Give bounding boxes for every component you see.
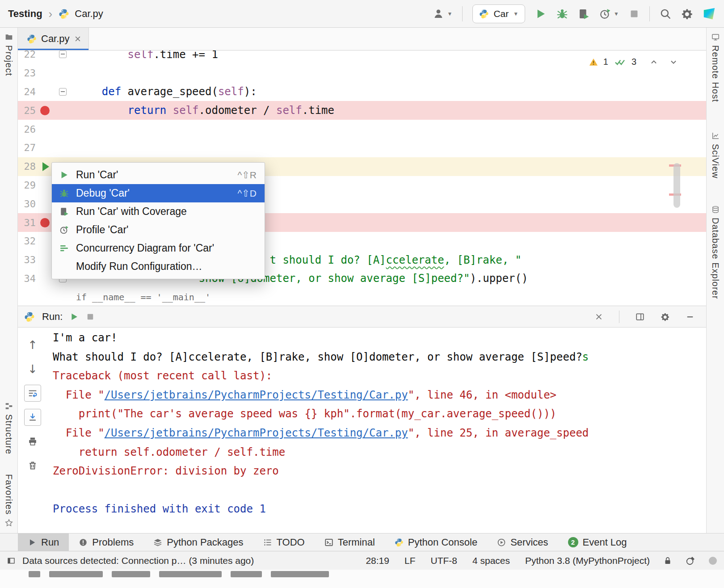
menu-item-shortcut: ^⇧R	[237, 170, 257, 181]
database-icon	[711, 206, 720, 214]
tool-tab-event-log[interactable]: 2Event Log	[558, 533, 637, 551]
run-button[interactable]	[535, 8, 547, 20]
run-panel-header: Run:	[18, 306, 706, 328]
profile-button[interactable]: ▼	[599, 8, 619, 20]
menu-item-label: Profile 'Car'	[76, 224, 251, 236]
clear-all-icon[interactable]	[24, 457, 41, 474]
line-number[interactable]: 34	[18, 273, 36, 284]
fold-marker-icon[interactable]	[59, 88, 67, 96]
editor-scrollbar[interactable]	[673, 163, 680, 208]
menu-item-modify-run-configuration[interactable]: Modify Run Configuration…	[52, 257, 265, 276]
console-settings-button[interactable]	[661, 312, 669, 321]
line-number[interactable]: 28	[18, 161, 36, 172]
run-config-select[interactable]: Car ▼	[472, 4, 525, 23]
editor-tab-car-py[interactable]: Car.py	[18, 28, 89, 50]
layout-settings-button[interactable]	[636, 312, 644, 321]
breakpoint-icon[interactable]	[36, 218, 54, 227]
tool-button-label: Database Explorer	[710, 218, 720, 299]
tool-tab-todo[interactable]: TODO	[253, 533, 315, 551]
console-output[interactable]: I'm a car!What should I do? [A]ccelerate…	[47, 328, 706, 533]
hide-panel-button[interactable]	[686, 312, 695, 321]
fold-column	[54, 50, 72, 58]
tool-button-favorites[interactable]: Favorites	[4, 474, 14, 527]
line-number[interactable]: 26	[18, 124, 36, 135]
indent-style[interactable]: 4 spaces	[472, 555, 510, 566]
menu-item-concurrency-diagram-for-car[interactable]: Concurrency Diagram for 'Car'	[52, 239, 265, 257]
settings-button[interactable]	[681, 8, 693, 20]
line-number[interactable]: 27	[18, 142, 36, 153]
code-line-text: return self.odometer / self.time	[72, 104, 334, 117]
user-button[interactable]: ▼	[433, 8, 452, 20]
warning-icon[interactable]	[589, 58, 598, 67]
search-everywhere-button[interactable]	[660, 8, 671, 20]
prev-problem-icon[interactable]	[650, 58, 658, 66]
toolwindow-toggle-icon[interactable]	[7, 557, 15, 565]
breadcrumb-project[interactable]: Testing	[8, 8, 42, 20]
scroll-down-icon[interactable]: ↓	[24, 361, 41, 378]
tool-tab-run[interactable]: Run	[18, 533, 69, 551]
py-icon	[395, 538, 404, 547]
tool-tab-services[interactable]: Services	[487, 533, 558, 551]
stack-trace-link[interactable]: /Users/jetbrains/PycharmProjects/Testing…	[105, 389, 408, 401]
tool-button-database-explorer[interactable]: Database Explorer	[710, 206, 720, 299]
scroll-to-end-icon[interactable]	[24, 409, 41, 426]
tool-button-project[interactable]: Project	[4, 33, 14, 76]
caret-down-icon: ▼	[513, 11, 518, 17]
file-encoding[interactable]: UTF-8	[430, 555, 457, 566]
tool-button-remote-host[interactable]: Remote Host	[710, 33, 720, 102]
terminal-icon	[324, 538, 333, 547]
double-check-icon[interactable]	[614, 58, 626, 67]
stop-button[interactable]	[86, 312, 95, 321]
next-problem-icon[interactable]	[669, 58, 678, 66]
python-icon	[479, 9, 489, 19]
tool-tab-python-packages[interactable]: Python Packages	[143, 533, 253, 551]
run-line-arrow-icon[interactable]	[36, 162, 54, 171]
line-number[interactable]: 33	[18, 254, 36, 265]
tool-tab-problems[interactable]: Problems	[69, 533, 143, 551]
menu-item-run-car[interactable]: Run 'Car'^⇧R	[52, 166, 265, 184]
line-number[interactable]: 24	[18, 86, 36, 97]
stop-button[interactable]	[629, 8, 640, 19]
menu-item-debug-car[interactable]: Debug 'Car'^⇧D	[52, 184, 265, 202]
tool-button-sciview[interactable]: SciView	[710, 132, 720, 179]
run-with-coverage-button[interactable]	[578, 8, 589, 20]
problems-icon	[79, 538, 88, 547]
lock-icon[interactable]	[663, 556, 672, 565]
indicator-dot-icon	[709, 557, 717, 565]
tool-button-label: Favorites	[4, 474, 14, 515]
line-number[interactable]: 31	[18, 217, 36, 228]
menu-item-run-car-with-coverage[interactable]: Run 'Car' with Coverage	[52, 202, 265, 221]
connection-icon[interactable]	[686, 556, 695, 566]
tab-close-icon[interactable]	[74, 35, 81, 42]
tool-tab-terminal[interactable]: Terminal	[315, 533, 385, 551]
line-number[interactable]: 23	[18, 67, 36, 79]
caret-position[interactable]: 28:19	[366, 555, 389, 566]
close-button[interactable]	[595, 313, 603, 321]
line-number[interactable]: 32	[18, 235, 36, 247]
python-interpreter[interactable]: Python 3.8 (MyPythonProject)	[525, 555, 650, 566]
breadcrumb-main-guard[interactable]: if __name__ == '__main__'	[76, 292, 210, 302]
breadcrumb-file[interactable]: Car.py	[75, 8, 103, 20]
line-number[interactable]: 29	[18, 180, 36, 191]
inspections-widget: 1 3	[589, 57, 678, 67]
tool-tab-python-console[interactable]: Python Console	[385, 533, 487, 551]
breakpoint-icon[interactable]	[36, 106, 54, 115]
run-context-menu: Run 'Car'^⇧RDebug 'Car'^⇧DRun 'Car' with…	[51, 162, 265, 279]
line-number[interactable]: 25	[18, 105, 36, 116]
line-separator[interactable]: LF	[404, 555, 416, 566]
debug-bug-icon	[556, 8, 568, 20]
soft-wrap-icon[interactable]	[24, 385, 41, 402]
line-number[interactable]: 22	[18, 50, 36, 60]
print-icon[interactable]	[24, 433, 41, 450]
status-message[interactable]: Data sources detected: Connection p… (3 …	[22, 555, 254, 566]
debug-button[interactable]	[556, 8, 568, 20]
fold-marker-icon[interactable]	[59, 50, 67, 58]
line-number[interactable]: 30	[18, 198, 36, 210]
editor-breadcrumbs[interactable]: if __name__ == '__main__'	[18, 288, 706, 306]
tool-button-structure[interactable]: Structure	[4, 402, 14, 454]
menu-item-profile-car[interactable]: Profile 'Car'	[52, 221, 265, 239]
stack-trace-link[interactable]: /Users/jetbrains/PycharmProjects/Testing…	[105, 427, 408, 439]
rerun-button[interactable]	[70, 312, 79, 321]
fold-column	[54, 88, 72, 96]
scroll-up-icon[interactable]: ↑	[24, 336, 41, 353]
